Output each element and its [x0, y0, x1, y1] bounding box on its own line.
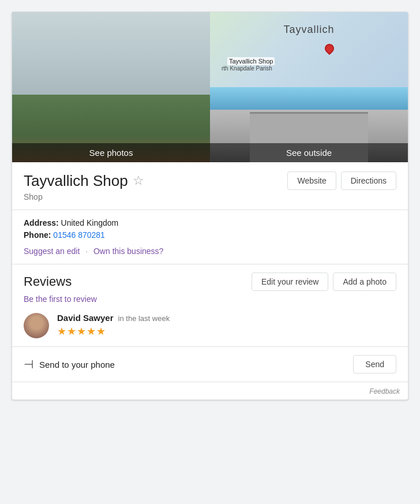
- edit-review-button[interactable]: Edit your review: [252, 272, 329, 291]
- address-line: Address: United Kingdom: [24, 218, 396, 227]
- main-photo-img: [12, 12, 210, 162]
- address-section: Address: United Kingdom Phone: 01546 870…: [12, 210, 408, 264]
- reviewer-row: David Sawyer in the last week ★★★★★: [24, 313, 396, 338]
- info-section: Tayvallich Shop ☆ Website Directions Sho…: [12, 162, 408, 210]
- main-photo[interactable]: See photos: [12, 12, 210, 162]
- avatar-image: [24, 313, 49, 338]
- street-view-photo[interactable]: See outside: [210, 87, 408, 162]
- title-row: Tayvallich Shop ☆ Website Directions: [24, 171, 396, 190]
- be-first-link[interactable]: Be the first to review: [24, 294, 396, 304]
- reviews-buttons: Edit your review Add a photo: [252, 272, 396, 291]
- send-text: Send to your phone: [39, 360, 115, 369]
- address-label: Address:: [24, 218, 59, 227]
- favorite-star-icon[interactable]: ☆: [133, 173, 144, 188]
- phone-number[interactable]: 01546 870281: [53, 230, 105, 240]
- photo-grid: See photos Tayvallich Tayvallich Shop rt…: [12, 12, 408, 162]
- reviewer-name: David Sawyer: [57, 313, 114, 323]
- feedback-row: Feedback: [12, 382, 408, 400]
- reviews-header: Reviews Edit your review Add a photo: [24, 272, 396, 291]
- reviewer-info: David Sawyer in the last week ★★★★★: [57, 313, 396, 338]
- title-left: Tayvallich Shop ☆: [24, 172, 144, 190]
- address-value: United Kingdom: [61, 218, 119, 227]
- edit-links: Suggest an edit · Own this business?: [24, 247, 396, 256]
- reviews-title: Reviews: [24, 274, 72, 289]
- map-shop-label: Tayvallich Shop: [227, 57, 275, 65]
- website-button[interactable]: Website: [287, 171, 336, 190]
- add-photo-button[interactable]: Add a photo: [333, 272, 396, 291]
- send-button[interactable]: Send: [353, 355, 396, 374]
- see-photos-label[interactable]: See photos: [12, 143, 210, 162]
- directions-button[interactable]: Directions: [341, 171, 396, 190]
- map-city-label: Tayvallich: [283, 24, 334, 36]
- own-business-link[interactable]: Own this business?: [93, 247, 163, 256]
- dot-separator: ·: [85, 247, 88, 256]
- business-type: Shop: [24, 192, 396, 201]
- map-image: Tayvallich Tayvallich Shop rth Knapdale …: [210, 12, 408, 87]
- phone-label: Phone:: [24, 230, 51, 240]
- send-section: ⊣ Send to your phone Send: [12, 347, 408, 382]
- send-phone-icon: ⊣: [24, 357, 33, 371]
- map-pin-head: [323, 42, 336, 55]
- send-left: ⊣ Send to your phone: [24, 357, 115, 371]
- avatar: [24, 313, 49, 338]
- action-buttons: Website Directions: [287, 171, 396, 190]
- phone-line: Phone: 01546 870281: [24, 230, 396, 240]
- star-rating: ★★★★★: [57, 325, 396, 338]
- reviews-section: Reviews Edit your review Add a photo Be …: [12, 264, 408, 347]
- business-card: See photos Tayvallich Tayvallich Shop rt…: [12, 12, 408, 400]
- map-thumbnail[interactable]: Tayvallich Tayvallich Shop rth Knapdale …: [210, 12, 408, 87]
- business-title: Tayvallich Shop: [24, 172, 128, 190]
- suggest-edit-link[interactable]: Suggest an edit: [24, 247, 80, 256]
- see-outside-label[interactable]: See outside: [210, 143, 408, 162]
- reviewer-name-row: David Sawyer in the last week: [57, 313, 396, 323]
- map-knapdale-label: rth Knapdale Parish: [222, 65, 272, 72]
- feedback-link[interactable]: Feedback: [369, 387, 400, 395]
- reviewer-time: in the last week: [118, 314, 170, 323]
- map-pin: [325, 44, 334, 57]
